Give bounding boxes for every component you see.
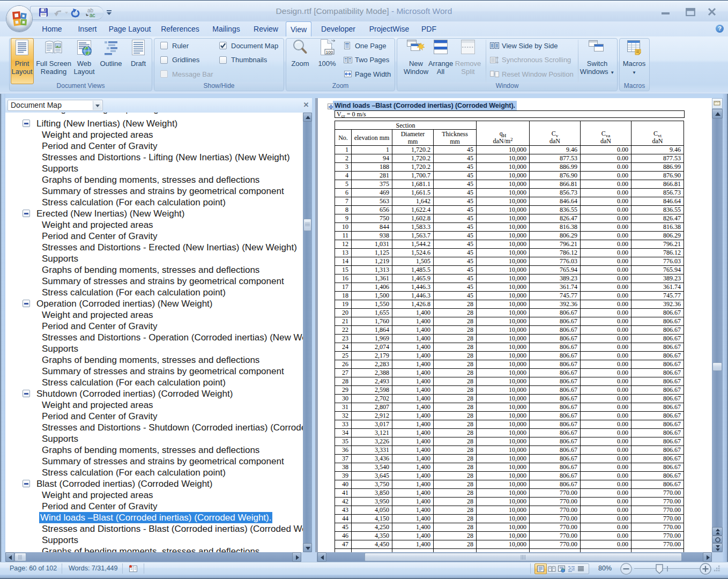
svg-text:ac: ac	[90, 12, 95, 18]
svg-text:100: 100	[326, 50, 333, 55]
